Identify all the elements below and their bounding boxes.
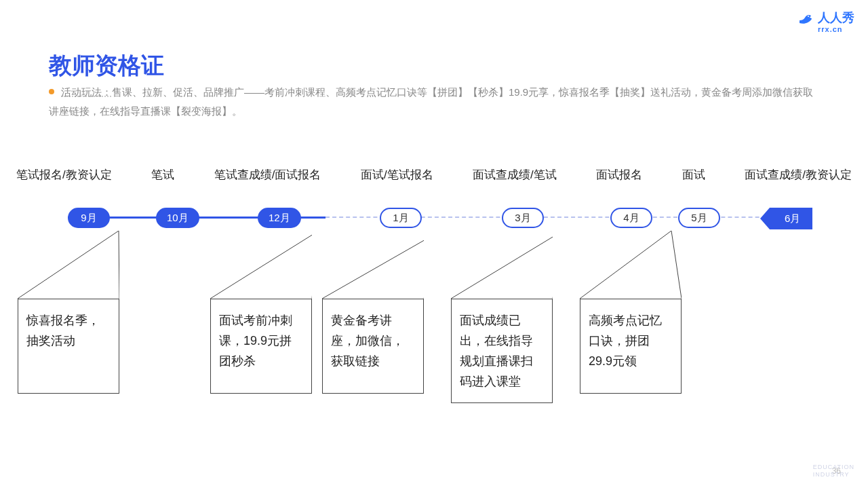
month-bubble: 4月: [610, 208, 652, 228]
callout: 黄金备考讲座，加微信，获取链接: [322, 299, 424, 394]
svg-line-3: [210, 231, 312, 299]
phase-label: 面试查成绩/教资认定: [745, 167, 852, 183]
callout-text: 惊喜报名季，抽奖活动: [18, 299, 119, 394]
phase-labels-row: 笔试报名/教资认定 笔试 笔试查成绩/面试报名 面试/笔试报名 面试查成绩/笔试…: [16, 167, 852, 183]
month-bubble: 10月: [156, 208, 199, 228]
svg-line-5: [322, 231, 424, 299]
bird-icon: [797, 12, 814, 31]
timeline: 9月10月12月1月3月4月5月6月: [41, 204, 827, 231]
phase-label: 面试报名: [596, 167, 642, 183]
callout: 面试考前冲刺课，19.9元拼团秒杀: [210, 299, 312, 394]
svg-line-7: [451, 231, 553, 299]
logo-subtext: rrx.cn: [818, 26, 854, 33]
timeline-node: 3月: [502, 208, 544, 228]
callout-connector-icon: [210, 231, 312, 299]
callout-text: 面试考前冲刺课，19.9元拼团秒杀: [210, 299, 312, 394]
page-title: 教师资格证: [49, 50, 164, 81]
callout-connector-icon: [580, 231, 682, 299]
callout-connector-icon: [451, 231, 553, 299]
callout-text: 面试成绩已出，在线指导规划直播课扫码进入课堂: [451, 299, 553, 403]
callout: 惊喜报名季，抽奖活动: [18, 299, 119, 394]
phase-label: 笔试查成绩/面试报名: [214, 167, 321, 183]
svg-point-0: [808, 16, 809, 17]
month-bubble: 12月: [258, 208, 301, 228]
svg-line-2: [119, 231, 119, 299]
timeline-node: 4月: [610, 208, 652, 228]
month-bubble: 9月: [68, 208, 110, 228]
month-bubble: 5月: [678, 208, 720, 228]
svg-line-1: [18, 231, 119, 299]
svg-line-9: [580, 231, 671, 299]
callout-text: 高频考点记忆口诀，拼团29.9元领: [580, 299, 682, 394]
callouts-layer: 惊喜报名季，抽奖活动面试考前冲刺课，19.9元拼团秒杀黄金备考讲座，加微信，获取…: [0, 231, 868, 462]
callout: 高频考点记忆口诀，拼团29.9元领: [580, 299, 682, 394]
callout: 面试成绩已出，在线指导规划直播课扫码进入课堂: [451, 299, 553, 403]
phase-label: 笔试报名/教资认定: [16, 167, 112, 183]
phase-label: 面试/笔试报名: [361, 167, 433, 183]
subtitle-body: 售课、拉新、促活、品牌推广——考前冲刺课程、高频考点记忆口诀等【拼团】【秒杀】1…: [49, 86, 813, 117]
timeline-node: 6月: [770, 208, 812, 229]
svg-line-10: [671, 231, 682, 299]
month-bubble: 3月: [502, 208, 544, 228]
month-bubble: 6月: [770, 208, 812, 229]
watermark: EDUCATION INDUSTRY: [813, 464, 854, 478]
timeline-node: 10月: [156, 208, 199, 228]
callout-connector-icon: [322, 231, 424, 299]
timeline-node: 1月: [380, 208, 422, 228]
brand-logo: 人人秀 rrx.cn: [797, 10, 854, 33]
timeline-node: 9月: [68, 208, 110, 228]
subtitle-line: 活动玩法：售课、拉新、促活、品牌推广——考前冲刺课程、高频考点记忆口诀等【拼团】…: [49, 83, 814, 121]
phase-label: 笔试: [151, 167, 174, 183]
callout-connector-icon: [18, 231, 119, 299]
phase-label: 面试查成绩/笔试: [473, 167, 557, 183]
timeline-node: 12月: [258, 208, 301, 228]
phase-label: 面试: [682, 167, 705, 183]
month-bubble: 1月: [380, 208, 422, 228]
callout-text: 黄金备考讲座，加微信，获取链接: [322, 299, 424, 394]
subtitle-lead: 活动玩法：: [61, 86, 112, 98]
timeline-node: 5月: [678, 208, 720, 228]
bullet-dot-icon: [49, 89, 54, 94]
logo-text: 人人秀: [818, 11, 854, 24]
